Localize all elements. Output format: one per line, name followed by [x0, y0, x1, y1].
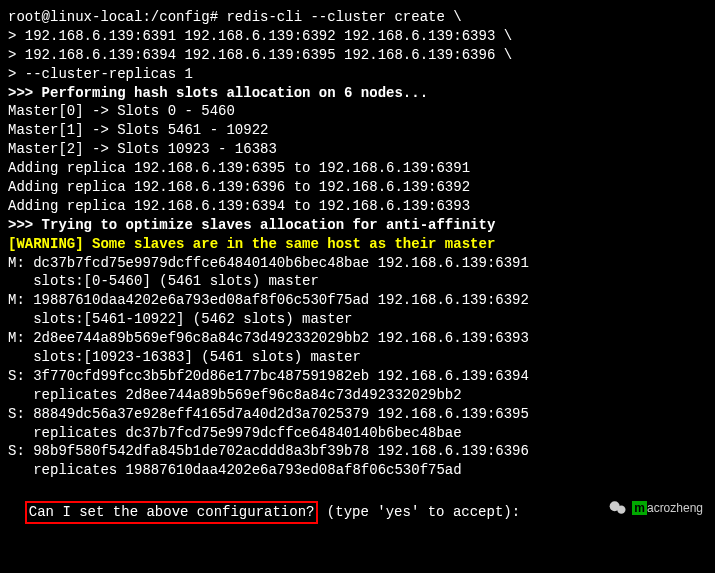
- terminal-line: > --cluster-replicas 1: [8, 65, 707, 84]
- terminal-line: Adding replica 192.168.6.139:6395 to 192…: [8, 159, 707, 178]
- terminal-line: replicates 19887610daa4202e6a793ed08af8f…: [8, 461, 707, 480]
- terminal-line: Master[1] -> Slots 5461 - 10922: [8, 121, 707, 140]
- terminal-line: S: 98b9f580f542dfa845b1de702acddd8a3bf39…: [8, 442, 707, 461]
- terminal-text: M: 2d8ee744a89b569ef96c8a84c73d492332029…: [8, 330, 529, 346]
- terminal-line: slots:[0-5460] (5461 slots) master: [8, 272, 707, 291]
- terminal-line: > 192.168.6.139:6391 192.168.6.139:6392 …: [8, 27, 707, 46]
- terminal-text: slots:[5461-10922] (5462 slots) master: [8, 311, 352, 327]
- confirmation-question: Can I set the above configuration?: [25, 501, 319, 524]
- watermark-text: macrozheng: [632, 500, 703, 516]
- terminal-line: M: dc37b7fcd75e9979dcffce64840140b6bec48…: [8, 254, 707, 273]
- terminal-text: S: 98b9f580f542dfa845b1de702acddd8a3bf39…: [8, 443, 529, 459]
- terminal-text: [WARNING] Some slaves are in the same ho…: [8, 236, 495, 252]
- terminal-line: replicates 2d8ee744a89b569ef96c8a84c73d4…: [8, 386, 707, 405]
- terminal-text: > 192.168.6.139:6394 192.168.6.139:6395 …: [8, 47, 512, 63]
- terminal-line: > 192.168.6.139:6394 192.168.6.139:6395 …: [8, 46, 707, 65]
- terminal-line: >>> Trying to optimize slaves allocation…: [8, 216, 707, 235]
- terminal-text: >>> Trying to optimize slaves allocation…: [8, 217, 495, 233]
- terminal-text: replicates 19887610daa4202e6a793ed08af8f…: [8, 462, 462, 478]
- terminal-line: slots:[10923-16383] (5461 slots) master: [8, 348, 707, 367]
- terminal-line: Master[2] -> Slots 10923 - 16383: [8, 140, 707, 159]
- confirmation-hint: (type 'yes' to accept):: [318, 504, 528, 520]
- watermark-m: m: [632, 501, 647, 515]
- terminal-line: slots:[5461-10922] (5462 slots) master: [8, 310, 707, 329]
- terminal-text: S: 88849dc56a37e928eff4165d7a40d2d3a7025…: [8, 406, 529, 422]
- terminal-text: >>> Performing hash slots allocation on …: [8, 85, 428, 101]
- terminal-text: slots:[0-5460] (5461 slots) master: [8, 273, 319, 289]
- terminal-line: M: 19887610daa4202e6a793ed08af8f06c530f7…: [8, 291, 707, 310]
- terminal-line: Adding replica 192.168.6.139:6396 to 192…: [8, 178, 707, 197]
- terminal-text: Master[1] -> Slots 5461 - 10922: [8, 122, 268, 138]
- svg-point-1: [617, 506, 625, 514]
- confirmation-prompt-line[interactable]: Can I set the above configuration? (type…: [8, 480, 707, 524]
- terminal-line: Master[0] -> Slots 0 - 5460: [8, 102, 707, 121]
- wechat-icon: [608, 498, 628, 518]
- terminal-text: > --cluster-replicas 1: [8, 66, 193, 82]
- terminal-line: root@linux-local:/config# redis-cli --cl…: [8, 8, 707, 27]
- watermark: macrozheng: [608, 498, 703, 518]
- terminal-text: replicates 2d8ee744a89b569ef96c8a84c73d4…: [8, 387, 462, 403]
- terminal-text: Master[0] -> Slots 0 - 5460: [8, 103, 235, 119]
- terminal-line: >>> Performing hash slots allocation on …: [8, 84, 707, 103]
- terminal-line: S: 88849dc56a37e928eff4165d7a40d2d3a7025…: [8, 405, 707, 424]
- terminal-line: Adding replica 192.168.6.139:6394 to 192…: [8, 197, 707, 216]
- terminal-text: slots:[10923-16383] (5461 slots) master: [8, 349, 361, 365]
- terminal-text: root@linux-local:/config# redis-cli --cl…: [8, 9, 462, 25]
- terminal-text: S: 3f770cfd99fcc3b5bf20d86e177bc48759198…: [8, 368, 529, 384]
- terminal-line: S: 3f770cfd99fcc3b5bf20d86e177bc48759198…: [8, 367, 707, 386]
- terminal-text: replicates dc37b7fcd75e9979dcffce6484014…: [8, 425, 462, 441]
- terminal-text: Adding replica 192.168.6.139:6395 to 192…: [8, 160, 470, 176]
- terminal-line: M: 2d8ee744a89b569ef96c8a84c73d492332029…: [8, 329, 707, 348]
- terminal-text: Master[2] -> Slots 10923 - 16383: [8, 141, 277, 157]
- terminal-text: Adding replica 192.168.6.139:6394 to 192…: [8, 198, 470, 214]
- terminal-text: > 192.168.6.139:6391 192.168.6.139:6392 …: [8, 28, 512, 44]
- terminal-line: [WARNING] Some slaves are in the same ho…: [8, 235, 707, 254]
- terminal-text: Adding replica 192.168.6.139:6396 to 192…: [8, 179, 470, 195]
- terminal-output: root@linux-local:/config# redis-cli --cl…: [8, 8, 707, 480]
- terminal-text: M: 19887610daa4202e6a793ed08af8f06c530f7…: [8, 292, 529, 308]
- terminal-line: replicates dc37b7fcd75e9979dcffce6484014…: [8, 424, 707, 443]
- terminal-text: M: dc37b7fcd75e9979dcffce64840140b6bec48…: [8, 255, 529, 271]
